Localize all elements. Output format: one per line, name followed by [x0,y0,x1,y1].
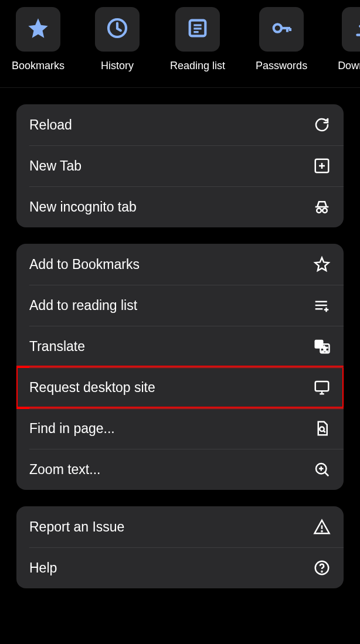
menu-item-label: Zoom text... [29,462,100,478]
svg-text:文: 文 [322,346,328,352]
download-icon [352,16,360,42]
menu-group-2: Add to Bookmarks Add to reading list Tra… [16,244,344,490]
svg-text:G: G [317,341,321,347]
menu-item-label: Add to reading list [29,298,137,314]
quick-label: History [101,60,134,72]
svg-point-36 [321,571,322,572]
menu-help[interactable]: Help [16,547,344,588]
menu-item-label: Report an Issue [29,519,124,535]
svg-line-28 [324,431,325,432]
quick-label: Passwords [256,60,307,72]
quick-history[interactable]: History [95,7,140,72]
list-add-icon [313,297,331,314]
menu-find-in-page[interactable]: Find in page... [16,408,344,449]
zoom-in-icon [313,461,331,478]
quick-label: Bookmarks [12,60,64,72]
menu-translate[interactable]: Translate G文 [16,326,344,367]
menu-group-1: Reload New Tab New incognito tab [16,104,344,227]
menu-incognito[interactable]: New incognito tab [16,186,344,227]
menu-request-desktop-site[interactable]: Request desktop site [16,367,344,408]
menu-group-3: Report an Issue Help [16,506,344,588]
menu-new-tab[interactable]: New Tab [16,145,344,186]
menu-item-label: Translate [29,339,85,355]
menu-item-label: Reload [29,117,72,133]
clock-icon [106,16,129,42]
svg-point-34 [321,531,322,531]
star-outline-icon [313,255,331,273]
menu-add-reading-list[interactable]: Add to reading list [16,285,344,326]
svg-rect-24 [315,381,329,391]
quick-bookmarks[interactable]: Bookmarks [12,7,64,72]
svg-line-30 [325,472,328,476]
reload-icon [313,116,331,134]
svg-point-13 [322,209,327,213]
find-in-page-icon [313,420,331,437]
menu-reload[interactable]: Reload [16,104,344,145]
menu-item-label: Find in page... [29,421,115,437]
warning-icon [313,518,331,536]
list-icon [186,16,209,42]
svg-point-5 [274,24,281,32]
quick-passwords[interactable]: Passwords [256,7,307,72]
quick-label: Downloads [338,60,360,72]
plus-box-icon [313,157,331,175]
menu-item-label: New Tab [29,158,81,174]
menu-item-label: Help [29,560,57,576]
incognito-icon [313,198,331,216]
star-icon [26,16,50,42]
menu-item-label: Request desktop site [29,380,155,396]
quick-label: Reading list [170,60,225,72]
menu-add-bookmarks[interactable]: Add to Bookmarks [16,244,344,285]
quick-downloads[interactable]: Downloads [338,7,360,72]
svg-point-12 [317,209,321,213]
menu-item-label: Add to Bookmarks [29,257,140,272]
quick-reading-list[interactable]: Reading list [170,7,225,72]
quick-access-bar: Bookmarks History Reading list Passwords… [0,0,360,88]
translate-icon: G文 [313,338,331,355]
menu-report-issue[interactable]: Report an Issue [16,506,344,547]
monitor-icon [313,379,331,396]
menu-item-label: New incognito tab [29,199,137,215]
help-icon [313,559,331,577]
key-icon [270,16,293,42]
menu-zoom-text[interactable]: Zoom text... [16,449,344,490]
